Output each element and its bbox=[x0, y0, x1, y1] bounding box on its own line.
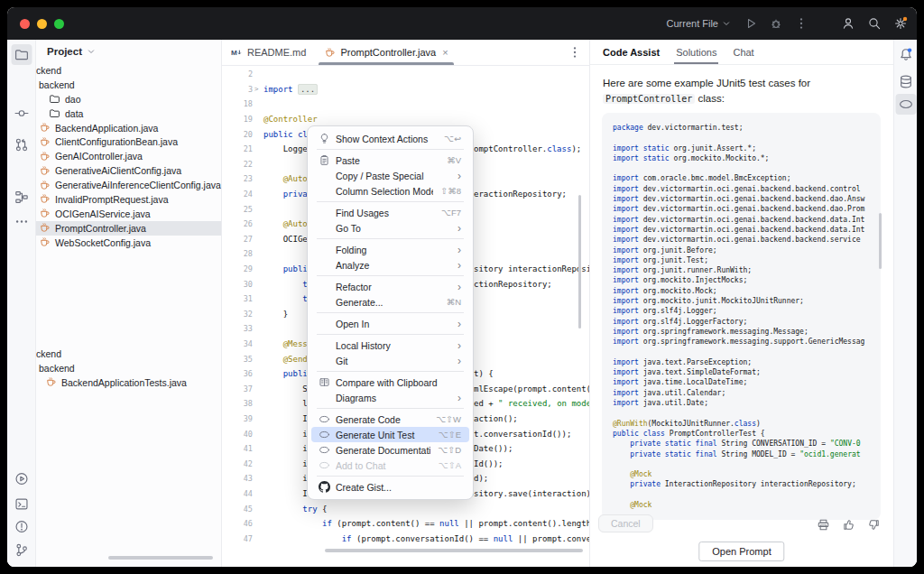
menu-item-folding[interactable]: Folding› bbox=[311, 242, 469, 257]
close-tab-icon[interactable]: × bbox=[442, 47, 448, 58]
close-window-button[interactable] bbox=[20, 19, 30, 29]
tree-item-data[interactable]: data bbox=[36, 106, 221, 121]
tree-item-generativeaiclientconfig-java[interactable]: GenerativeAiClientConfig.java bbox=[36, 163, 221, 178]
assist-tab-chat[interactable]: Chat bbox=[733, 40, 753, 64]
run-circle-icon[interactable] bbox=[14, 471, 29, 486]
tree-item-backend[interactable]: backend bbox=[36, 361, 221, 375]
tab-readme-md[interactable]: MREADME.md bbox=[222, 40, 315, 65]
menu-item-show-context-actions[interactable]: Show Context Actions⌥↩ bbox=[311, 131, 469, 146]
fold-marker-icon[interactable]: > bbox=[253, 85, 260, 93]
menu-item-diagrams[interactable]: Diagrams› bbox=[311, 390, 469, 405]
editor-horizontal-scrollbar[interactable] bbox=[325, 549, 583, 552]
open-prompt-button[interactable]: Open Prompt bbox=[698, 542, 784, 561]
tree-item-label: ClientConfigurationBean.java bbox=[55, 136, 178, 147]
code-text bbox=[260, 249, 268, 258]
assist-code-line: import org.slf4j.Logger; bbox=[613, 306, 881, 316]
menu-separator bbox=[317, 334, 464, 335]
menu-item-generate-code[interactable]: Generate Code⌥⇧W bbox=[311, 412, 469, 427]
code-line: 2 bbox=[222, 67, 589, 82]
menu-item-generate-documentation[interactable]: Generate Documentation⌥⇧D bbox=[311, 442, 469, 458]
tree-item-promptcontroller-java[interactable]: PromptController.java bbox=[36, 221, 221, 236]
tab-options-icon[interactable] bbox=[568, 45, 582, 60]
thumb-down-icon[interactable] bbox=[867, 518, 881, 532]
menu-item-column-selection-mode[interactable]: Column Selection Mode⇧⌘8 bbox=[311, 183, 469, 199]
tree-item-label: GenerativeAiInferenceClientConfig.java bbox=[55, 180, 221, 190]
menu-item-copy-paste-special[interactable]: Copy / Paste Special› bbox=[311, 168, 469, 183]
menu-item-paste[interactable]: Paste⌘V bbox=[311, 153, 469, 168]
tree-item-genaicontroller-java[interactable]: GenAIController.java bbox=[36, 149, 221, 163]
commit-icon[interactable] bbox=[14, 106, 29, 121]
terminal-icon[interactable] bbox=[14, 496, 29, 512]
menu-item-go-to[interactable]: Go To› bbox=[311, 220, 469, 236]
menu-icon-spacer bbox=[319, 222, 330, 234]
menu-item-compare-with-clipboard[interactable]: Compare with Clipboard bbox=[311, 375, 469, 390]
gear-icon[interactable] bbox=[893, 16, 908, 31]
line-number: 35 bbox=[222, 355, 253, 364]
kebab-icon[interactable] bbox=[794, 16, 808, 31]
person-icon[interactable] bbox=[841, 16, 855, 31]
menu-item-create-gist[interactable]: Create Gist... bbox=[311, 479, 469, 495]
menu-separator bbox=[317, 408, 464, 409]
menu-item-analyze[interactable]: Analyze› bbox=[311, 257, 469, 273]
tree-item-backendapplication-java[interactable]: BackendApplication.java bbox=[36, 121, 221, 135]
tree-item-backend[interactable]: backend bbox=[36, 78, 221, 92]
project-horizontal-scrollbar[interactable] bbox=[108, 556, 213, 560]
problems-icon[interactable] bbox=[14, 519, 29, 534]
github-icon bbox=[319, 481, 330, 493]
menu-item-generate[interactable]: Generate...⌘N bbox=[311, 294, 469, 310]
tree-item-ckend[interactable]: ckend bbox=[36, 63, 221, 78]
minimize-window-button[interactable] bbox=[37, 19, 47, 29]
tree-item-generativeaiinferenceclientconfig-java[interactable]: GenerativeAiInferenceClientConfig.java bbox=[36, 178, 221, 192]
thumb-up-icon[interactable] bbox=[842, 518, 855, 532]
line-number: 3 bbox=[222, 85, 253, 94]
search-icon[interactable] bbox=[867, 16, 882, 31]
tree-item-label: WebSocketConfig.java bbox=[55, 237, 151, 248]
menu-separator bbox=[317, 275, 464, 276]
line-number: 32 bbox=[222, 310, 253, 319]
tree-item-ckend[interactable]: ckend bbox=[36, 347, 221, 361]
menu-item-open-in[interactable]: Open In› bbox=[311, 316, 469, 331]
right-tool-stripe bbox=[893, 40, 917, 567]
assist-code-line: import java.text.ParseException; bbox=[613, 357, 881, 367]
tree-item-label: ckend bbox=[36, 65, 61, 76]
menu-item-generate-unit-test[interactable]: Generate Unit Test⌥⇧E bbox=[311, 427, 469, 442]
tree-item-backendapplicationtests-java[interactable]: BackendApplicationTests.java bbox=[36, 375, 221, 390]
bell-icon[interactable] bbox=[898, 47, 913, 62]
editor-vertical-scrollbar[interactable] bbox=[578, 195, 581, 329]
pull-request-icon[interactable] bbox=[14, 137, 29, 153]
more-icon[interactable] bbox=[14, 214, 29, 229]
structure-icon[interactable] bbox=[14, 190, 29, 205]
menu-item-git[interactable]: Git› bbox=[311, 353, 469, 368]
menu-shortcut: ⌥⇧E bbox=[439, 430, 461, 440]
folder-icon[interactable] bbox=[11, 44, 32, 65]
line-number: 25 bbox=[222, 205, 253, 214]
line-number: 27 bbox=[222, 235, 253, 244]
cancel-button[interactable]: Cancel bbox=[598, 514, 653, 532]
tab-promptcontroller-java[interactable]: PromptController.java× bbox=[315, 40, 457, 65]
tree-item-invalidpromptrequest-java[interactable]: InvalidPromptRequest.java bbox=[36, 192, 221, 207]
tree-item-websocketconfig-java[interactable]: WebSocketConfig.java bbox=[36, 236, 221, 250]
assist-code-scrollbar[interactable] bbox=[879, 213, 882, 269]
run-configuration-selector[interactable]: Current File bbox=[667, 18, 732, 29]
menu-item-add-to-chat[interactable]: Add to Chat⌥⇧A bbox=[311, 458, 469, 473]
project-panel-header[interactable]: Project bbox=[36, 40, 221, 60]
menu-item-local-history[interactable]: Local History› bbox=[311, 338, 469, 353]
zoom-window-button[interactable] bbox=[54, 19, 64, 29]
assist-tab-solutions[interactable]: Solutions bbox=[676, 40, 716, 64]
database-icon[interactable] bbox=[898, 74, 913, 89]
branch-icon[interactable] bbox=[14, 542, 29, 558]
folder-icon bbox=[49, 107, 60, 119]
menu-item-refactor[interactable]: Refactor› bbox=[311, 279, 469, 294]
code-text bbox=[260, 99, 268, 108]
tree-item-ocigenaiservice-java[interactable]: OCIGenAIService.java bbox=[36, 207, 221, 221]
assist-code-line: import org.junit.runner.RunWith; bbox=[613, 265, 881, 275]
tree-item-clientconfigurationbean-java[interactable]: ClientConfigurationBean.java bbox=[36, 134, 221, 149]
play-icon[interactable] bbox=[744, 16, 758, 31]
tree-item-dao[interactable]: dao bbox=[36, 92, 221, 106]
assist-tab-code-assist[interactable]: Code Assist bbox=[603, 40, 660, 64]
bug-icon[interactable] bbox=[769, 16, 783, 31]
line-number: 43 bbox=[222, 474, 253, 483]
oval-icon[interactable] bbox=[895, 94, 916, 115]
menu-item-find-usages[interactable]: Find Usages⌥F7 bbox=[311, 205, 469, 220]
insert-icon[interactable] bbox=[817, 518, 830, 532]
